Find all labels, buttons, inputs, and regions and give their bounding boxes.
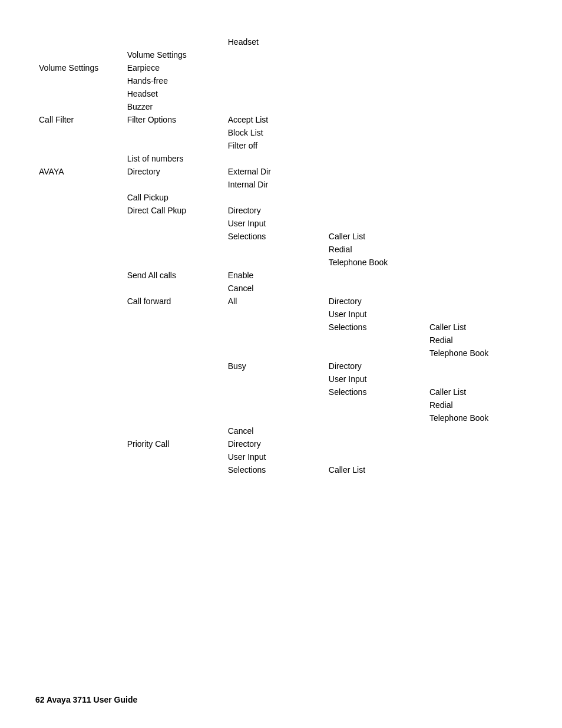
table-cell-col1 (35, 321, 124, 334)
table-cell-col2: Priority Call (124, 437, 224, 450)
table-cell-col2 (124, 360, 224, 373)
table-row: User Input (35, 217, 527, 230)
table-row: SelectionsCaller List (35, 463, 527, 476)
table-row: Internal Dir (35, 178, 527, 191)
table-cell-col4: User Input (325, 373, 426, 386)
table-cell-col3 (224, 308, 325, 321)
table-cell-col4 (325, 61, 426, 74)
table-row: SelectionsCaller List (35, 386, 527, 398)
table-cell-col4 (325, 74, 426, 87)
table-cell-col5: Telephone Book (426, 411, 527, 424)
table-row: Redial (35, 398, 527, 411)
table-cell-col5 (426, 152, 527, 165)
table-row: User Input (35, 373, 527, 386)
table-cell-col4 (325, 126, 426, 139)
table-cell-col4: Caller List (325, 463, 426, 476)
table-cell-col2 (124, 347, 224, 360)
page: HeadsetVolume SettingsVolume SettingsEar… (0, 0, 562, 512)
table-cell-col3 (224, 334, 325, 347)
table-cell-col5 (426, 139, 527, 152)
table-cell-col1: Volume Settings (35, 61, 124, 74)
table-cell-col4 (325, 437, 426, 450)
table-cell-col3 (224, 48, 325, 61)
table-cell-col5 (426, 308, 527, 321)
table-cell-col2 (124, 256, 224, 269)
table-cell-col4 (325, 398, 426, 411)
table-cell-col3: Block List (224, 126, 325, 139)
table-cell-col5 (426, 450, 527, 463)
table-cell-col4 (325, 152, 426, 165)
table-row: Hands-free (35, 74, 527, 87)
table-cell-col4 (325, 282, 426, 295)
table-cell-col5 (426, 35, 527, 48)
table-cell-col2 (124, 230, 224, 243)
table-cell-col3 (224, 321, 325, 334)
table-cell-col5 (426, 295, 527, 308)
table-cell-col4: Redial (325, 243, 426, 256)
table-row: Filter off (35, 139, 527, 152)
table-cell-col4 (325, 204, 426, 217)
table-row: Telephone Book (35, 256, 527, 269)
table-cell-col5 (426, 126, 527, 139)
table-cell-col2 (124, 334, 224, 347)
table-cell-col1 (35, 463, 124, 476)
table-cell-col1 (35, 48, 124, 61)
table-cell-col3: Cancel (224, 282, 325, 295)
table-row: Call FilterFilter OptionsAccept List (35, 113, 527, 126)
table-cell-col5: Redial (426, 398, 527, 411)
table-cell-col3 (224, 347, 325, 360)
table-row: Send All callsEnable (35, 269, 527, 282)
table-cell-col2 (124, 411, 224, 424)
table-cell-col5 (426, 61, 527, 74)
table-row: BusyDirectory (35, 360, 527, 373)
table-row: Priority CallDirectory (35, 437, 527, 450)
table-cell-col1 (35, 269, 124, 282)
table-row: User Input (35, 450, 527, 463)
table-cell-col3 (224, 373, 325, 386)
table-row: Cancel (35, 424, 527, 437)
table-cell-col3: Directory (224, 204, 325, 217)
table-cell-col5 (426, 230, 527, 243)
table-cell-col2 (124, 178, 224, 191)
table-cell-col3: All (224, 295, 325, 308)
table-cell-col1 (35, 100, 124, 113)
table-cell-col3: User Input (224, 450, 325, 463)
table-cell-col4 (325, 191, 426, 204)
table-cell-col1 (35, 256, 124, 269)
table-cell-col3: Selections (224, 230, 325, 243)
table-cell-col3 (224, 243, 325, 256)
table-row: Headset (35, 87, 527, 100)
table-cell-col2: Call Pickup (124, 191, 224, 204)
table-cell-col4 (325, 165, 426, 178)
table-cell-col3: External Dir (224, 165, 325, 178)
table-cell-col5 (426, 217, 527, 230)
table-cell-col1 (35, 398, 124, 411)
table-row: Telephone Book (35, 347, 527, 360)
table-cell-col2: Filter Options (124, 113, 224, 126)
table-cell-col4: User Input (325, 308, 426, 321)
table-cell-col4 (325, 139, 426, 152)
table-cell-col2: Buzzer (124, 100, 224, 113)
table-cell-col4 (325, 347, 426, 360)
table-cell-col4 (325, 269, 426, 282)
table-cell-col1 (35, 35, 124, 48)
table-cell-col3: Accept List (224, 113, 325, 126)
table-cell-col2: Call forward (124, 295, 224, 308)
table-cell-col4 (325, 178, 426, 191)
table-cell-col1 (35, 204, 124, 217)
table-cell-col1 (35, 295, 124, 308)
table-row: Direct Call PkupDirectory (35, 204, 527, 217)
table-cell-col5 (426, 113, 527, 126)
footer: 62 Avaya 3711 User Guide (35, 695, 137, 704)
table-cell-col4 (325, 100, 426, 113)
table-row: SelectionsCaller List (35, 321, 527, 334)
table-cell-col2: Headset (124, 87, 224, 100)
table-cell-col3 (224, 100, 325, 113)
table-cell-col4: Selections (325, 321, 426, 334)
table-row: SelectionsCaller List (35, 230, 527, 243)
table-cell-col1 (35, 334, 124, 347)
table-cell-col1 (35, 178, 124, 191)
table-cell-col1: Call Filter (35, 113, 124, 126)
table-cell-col4: Telephone Book (325, 256, 426, 269)
table-cell-col5: Telephone Book (426, 347, 527, 360)
